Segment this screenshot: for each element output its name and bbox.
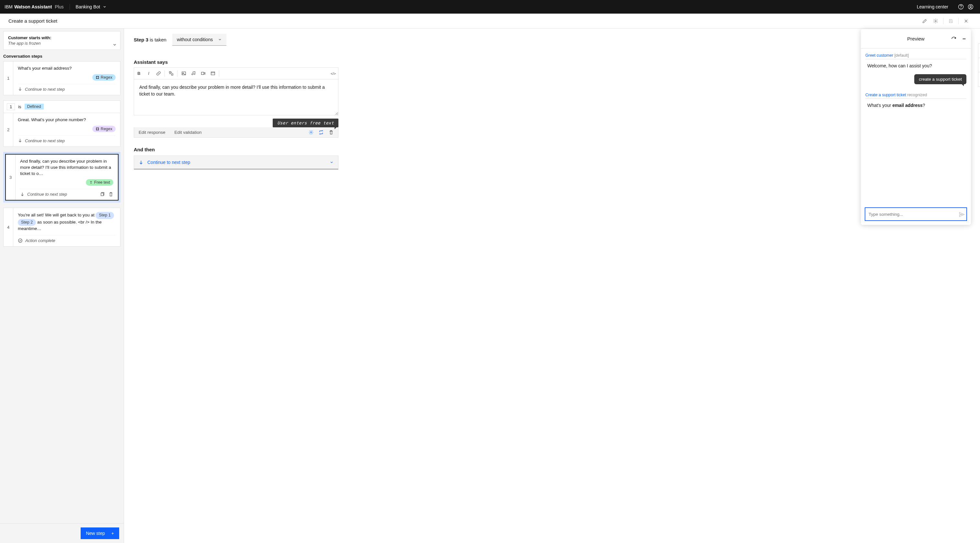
edit-response-link[interactable]: Edit response	[138, 130, 165, 135]
arrow-down-icon	[138, 160, 143, 165]
svg-point-8	[97, 78, 97, 78]
trash-icon[interactable]	[108, 192, 113, 197]
svg-point-12	[98, 128, 99, 129]
video-icon	[201, 71, 206, 76]
svg-point-9	[98, 78, 99, 78]
settings-button[interactable]	[930, 16, 941, 27]
step-number: 3	[6, 154, 16, 200]
continue-row: Continue to next step	[18, 135, 116, 143]
cond-step-ref: 1	[7, 104, 15, 110]
divider	[70, 4, 70, 10]
svg-point-7	[98, 76, 99, 77]
continue-row: Continue to next step	[20, 189, 113, 197]
response-editor: B I	[134, 67, 339, 115]
minimize-icon	[962, 37, 966, 41]
svg-point-13	[97, 129, 97, 130]
edit-icon	[922, 19, 927, 24]
assistant-says-label: Assistant says	[134, 59, 970, 65]
learning-center-link[interactable]: Learning center	[917, 4, 948, 10]
condition-row: 1 is Defined	[3, 101, 120, 113]
link-icon	[156, 71, 161, 76]
audio-button[interactable]	[188, 68, 198, 80]
cond-value: Defined	[25, 104, 44, 110]
user-enters-row: User enters free text	[134, 119, 339, 127]
svg-rect-17	[169, 72, 171, 73]
video-button[interactable]	[198, 68, 208, 80]
svg-point-1	[961, 8, 961, 8]
save-icon	[948, 19, 953, 24]
svg-point-16	[19, 239, 22, 242]
response-settings-button[interactable]	[309, 130, 313, 135]
step-card-3[interactable]: 3 And finally, can you describe your pro…	[3, 152, 121, 203]
complete-row: Action complete	[18, 235, 116, 243]
preview-send-button[interactable]	[959, 211, 965, 218]
preview-body: Greet customer [default] Welcome, how ca…	[861, 49, 971, 204]
greet-label: Greet customer [default]	[865, 53, 966, 58]
svg-point-23	[310, 132, 312, 133]
italic-button[interactable]: I	[144, 68, 154, 80]
new-step-bar: New step +	[0, 523, 124, 543]
bot-question: What's your email address?	[867, 103, 966, 108]
and-then-select[interactable]: Continue to next step	[134, 156, 339, 169]
edit-validation-link[interactable]: Edit validation	[175, 130, 202, 135]
response-delete-button[interactable]	[329, 130, 334, 135]
bot-welcome-msg: Welcome, how can I assist you?	[867, 63, 966, 68]
svg-point-11	[97, 128, 97, 129]
image-button[interactable]	[179, 68, 188, 80]
customer-starts-card[interactable]: Customer starts with: The app is frozen	[3, 31, 121, 50]
rail-variable-button[interactable]	[978, 44, 980, 58]
bot-name: Banking Bot	[76, 4, 100, 10]
preview-header: Preview	[861, 29, 971, 49]
bold-button[interactable]: B	[134, 68, 144, 80]
preview-input[interactable]	[869, 212, 963, 217]
arrow-down-icon	[20, 192, 25, 197]
bot-selector[interactable]: Banking Bot	[76, 4, 107, 10]
iframe-button[interactable]	[208, 68, 218, 80]
step-ref-tag: Step 2	[18, 219, 36, 226]
svg-point-4	[935, 21, 936, 22]
continue-row: Continue to next step	[18, 84, 116, 92]
regex-tag: Regex	[92, 74, 116, 81]
help-button[interactable]	[956, 2, 966, 12]
italic-icon: I	[148, 71, 149, 76]
brand-ibm: IBM	[5, 4, 13, 10]
cond-op: is	[18, 104, 21, 109]
arrow-down-icon	[18, 139, 22, 143]
response-textarea[interactable]: And finally, can you describe your probl…	[134, 80, 338, 115]
rail-blocks-button[interactable]	[978, 72, 980, 86]
new-step-button[interactable]: New step +	[81, 527, 119, 539]
step-card-4[interactable]: 4 You're all set! We will get back to yo…	[3, 208, 121, 247]
step-card-2[interactable]: 1 is Defined 2 Great. What's your phone …	[3, 100, 121, 147]
user-icon	[967, 3, 974, 10]
user-message: create a support ticket	[914, 74, 966, 84]
account-button[interactable]	[966, 2, 975, 12]
step-taken-label: Step 3 is taken	[134, 37, 167, 43]
condition-select[interactable]: without conditions	[172, 34, 226, 46]
starter-label: Customer starts with:	[8, 35, 116, 40]
regex-tag: Regex	[92, 126, 116, 132]
link-button[interactable]	[154, 68, 163, 80]
gear-icon	[933, 19, 938, 24]
preview-refresh-button[interactable]	[951, 36, 957, 42]
edit-button[interactable]	[919, 16, 930, 27]
content: Step 3 is taken without conditions ƒx As…	[124, 29, 980, 543]
image-icon	[181, 71, 186, 76]
copy-icon[interactable]	[100, 192, 105, 197]
response-repeat-button[interactable]	[319, 130, 323, 135]
rail-fx-button[interactable]: ƒx	[978, 58, 980, 72]
svg-rect-22	[211, 72, 215, 75]
variable-button[interactable]	[166, 68, 176, 80]
chevron-down-icon	[103, 5, 107, 9]
starter-example: The app is frozen	[8, 41, 116, 46]
step-header: Step 3 is taken without conditions ƒx	[134, 34, 970, 46]
close-button[interactable]	[961, 16, 972, 27]
preview-minimize-button[interactable]	[962, 37, 966, 41]
audio-icon	[191, 71, 196, 76]
svg-rect-18	[171, 73, 173, 75]
step-card-1[interactable]: 1 What's your email address? Regex Conti…	[3, 61, 121, 95]
text-icon	[89, 180, 93, 184]
code-button[interactable]: </>	[328, 68, 338, 80]
send-icon	[959, 211, 965, 218]
step-number: 2	[3, 113, 13, 146]
divider	[958, 18, 959, 24]
